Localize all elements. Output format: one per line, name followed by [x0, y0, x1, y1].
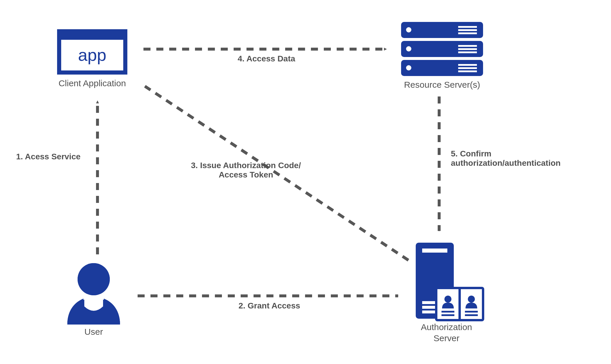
- svg-rect-27: [441, 311, 454, 313]
- svg-rect-6: [458, 32, 477, 34]
- svg-rect-30: [465, 311, 478, 313]
- authorization-server-label-line1: Authorization: [421, 322, 472, 332]
- edge-5-label: 5. Confirm authorization/authentication: [451, 149, 588, 168]
- resource-servers-icon: [401, 22, 483, 76]
- edge-4-label: 4. Access Data: [225, 54, 307, 63]
- svg-point-13: [406, 65, 411, 70]
- svg-rect-9: [458, 45, 477, 47]
- svg-point-26: [444, 296, 451, 303]
- client-app-icon: app: [57, 29, 127, 75]
- client-app-icon-text: app: [78, 45, 107, 64]
- svg-point-3: [406, 27, 411, 32]
- user-label: User: [47, 327, 141, 337]
- oauth-flow-diagram: app: [0, 0, 611, 364]
- edge-2-label: 2. Grant Access: [223, 301, 316, 310]
- edge-1-label: 1. Acess Service: [16, 152, 92, 161]
- svg-rect-14: [458, 64, 477, 66]
- resource-servers-label: Resource Server(s): [395, 80, 489, 90]
- user-icon: [67, 263, 120, 325]
- svg-rect-28: [441, 314, 454, 316]
- client-application-label: Client Application: [45, 78, 139, 88]
- svg-rect-11: [458, 51, 477, 53]
- svg-rect-31: [465, 314, 478, 316]
- svg-point-8: [406, 46, 411, 51]
- authorization-server-icon: [416, 243, 483, 320]
- edge-3-label: 3. Issue Authorization Code/ Access Toke…: [179, 161, 313, 180]
- svg-point-29: [468, 296, 475, 303]
- svg-rect-4: [458, 26, 477, 28]
- svg-rect-16: [458, 70, 477, 72]
- svg-rect-5: [458, 29, 477, 31]
- svg-point-18: [78, 263, 110, 295]
- svg-rect-20: [422, 249, 447, 253]
- authorization-server-label-line2: Server: [434, 333, 459, 343]
- svg-rect-10: [458, 48, 477, 50]
- authorization-server-label: Authorization Server: [400, 322, 493, 344]
- svg-rect-15: [458, 67, 477, 69]
